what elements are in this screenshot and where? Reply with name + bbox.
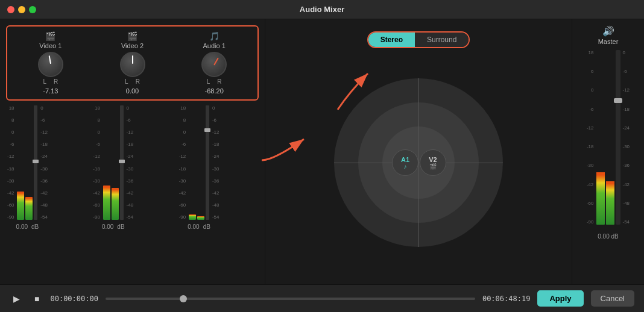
- stereo-toggle-button[interactable]: Stereo: [368, 33, 415, 47]
- meter-fill-a1-r: [197, 216, 204, 220]
- minimize-dot[interactable]: [18, 6, 25, 13]
- video1-icon: 🎬: [45, 31, 55, 41]
- master-bar-r: [606, 50, 614, 225]
- meter-bars-v1-row: [17, 105, 37, 220]
- audio1-lr-labels: L R: [207, 78, 222, 85]
- apply-button[interactable]: Apply: [537, 290, 583, 307]
- master-meter-area: 18 6 0 -6 -12 -18 -30 -42 -60 -90: [587, 50, 630, 231]
- master-bar-l: [596, 50, 605, 225]
- master-header: 🔊 Master: [598, 25, 619, 45]
- progress-bar[interactable]: [106, 298, 475, 300]
- meter-scale-v1-left: 18 8 0 -6 -12 -18 -30 -42 -60 -90: [6, 105, 16, 220]
- meter-a1-db: dB: [203, 223, 210, 230]
- meter-bottom-v2: 0.00 dB: [102, 223, 125, 230]
- master-db-label: dB: [611, 233, 619, 240]
- channel-video1-value: -7.13: [43, 87, 58, 95]
- meter-bars-a1-row: [189, 105, 209, 220]
- channels-box: 🎬 Video 1 L R -7.13 🎬 Video 2: [6, 25, 259, 101]
- node-v2-icon: 🎬: [429, 163, 437, 170]
- timecode-left: 00:00:00:00: [50, 295, 98, 303]
- surround-toggle-button[interactable]: Surround: [415, 33, 469, 47]
- channel-audio1-knob[interactable]: [201, 52, 227, 78]
- meter-fill-v2-r: [112, 188, 119, 220]
- channel-video1: 🎬 Video 1 L R -7.13: [12, 31, 89, 95]
- master-bottom: 0.00 dB: [598, 233, 618, 240]
- video2-l-label: L: [125, 78, 128, 85]
- surround-node-a1[interactable]: A1 ♪: [392, 149, 418, 176]
- meter-scale-v2-right: 0 -6 -12 -18 -24 -30 -36 -42 -48 -54: [125, 105, 134, 220]
- master-slider-handle[interactable]: [614, 98, 622, 103]
- meter-bar-v2-l: [103, 105, 110, 220]
- meter-v1-value: 0.00: [16, 223, 28, 230]
- channel-video1-knob[interactable]: [38, 52, 63, 78]
- meters-area: 18 8 0 -6 -12 -18 -30 -42 -60 -90: [6, 105, 259, 244]
- channel-audio1-value: -68.20: [205, 87, 224, 95]
- crosshair-vertical: [418, 78, 419, 247]
- channel-video2-label: Video 2: [121, 42, 144, 49]
- main-content: 🎬 Video 1 L R -7.13 🎬 Video 2: [0, 19, 644, 284]
- center-panel: Stereo Surround A1 ♪: [265, 19, 572, 284]
- maximize-dot[interactable]: [29, 6, 36, 13]
- video1-lr-labels: L R: [43, 78, 58, 85]
- bottom-bar: ▶ ■ 00:00:00:00 00:06:48:19 Apply Cancel: [0, 284, 644, 312]
- meter-slider-a1[interactable]: [206, 105, 209, 220]
- video2-r-label: R: [136, 78, 140, 85]
- meter-a1-value: 0.00: [188, 223, 199, 230]
- channel-audio1-label: Audio 1: [203, 42, 226, 49]
- meter-group-video1: 18 8 0 -6 -12 -18 -30 -42 -60 -90: [6, 105, 87, 244]
- channel-video2-header: 🎬 Video 2: [121, 31, 144, 49]
- video2-icon: 🎬: [127, 31, 137, 41]
- channel-audio1: 🎵 Audio 1 L R -68.20: [175, 31, 253, 95]
- cancel-button[interactable]: Cancel: [591, 290, 634, 307]
- video2-lr-labels: L R: [125, 78, 140, 85]
- node-a1-icon: ♪: [404, 163, 407, 170]
- meter-slider-v2-handle[interactable]: [119, 160, 125, 163]
- meter-scale-v2-left: 18 8 0 -6 -12 -18 -30 -42 -60 -90: [92, 105, 101, 220]
- master-fill-r: [606, 181, 614, 225]
- audio1-knob[interactable]: [201, 52, 227, 77]
- master-label: Master: [598, 38, 619, 45]
- node-a1-label: A1: [401, 156, 409, 163]
- play-button[interactable]: ▶: [10, 292, 24, 306]
- audio1-knob-indicator: [213, 57, 219, 65]
- meter-group-audio1: 18 8 0 -6 -12 -18 -30 -42 -60 -90: [178, 105, 259, 244]
- video2-knob[interactable]: [120, 52, 145, 77]
- meter-scale-a1-right: 0 -6 -12 -18 -24 -30 -36 -42 -48 -54: [211, 105, 219, 220]
- traffic-lights: [7, 6, 36, 13]
- audio1-icon: 🎵: [209, 31, 219, 41]
- close-dot[interactable]: [7, 6, 14, 13]
- channel-audio1-header: 🎵 Audio 1: [203, 31, 226, 49]
- video1-knob[interactable]: [38, 52, 63, 77]
- meter-bar-a1-r: [197, 105, 204, 220]
- meter-slider-v2[interactable]: [120, 105, 124, 220]
- meter-bar-v1-r: [25, 105, 33, 220]
- master-speaker-icon: 🔊: [602, 25, 614, 37]
- titlebar: Audio Mixer: [0, 0, 644, 19]
- master-scale-right: 0 -6 -12 -18 -24 -30 -36 -42 -48 -54: [622, 50, 630, 225]
- meter-group-video2: 18 8 0 -6 -12 -18 -30 -42 -60 -90: [92, 105, 172, 244]
- meter-bars-v2: 0.00 dB: [102, 105, 125, 230]
- master-bars: [596, 50, 620, 225]
- stereo-surround-toggle[interactable]: Stereo Surround: [367, 31, 470, 48]
- master-fill-l: [596, 172, 605, 225]
- progress-head[interactable]: [180, 295, 187, 302]
- window-title: Audio Mixer: [300, 5, 344, 14]
- meter-scale-v1-right: 0 -6 -12 -18 -24 -30 -36 -42 -48 -54: [39, 105, 48, 220]
- meter-bottom-a1: 0.00 dB: [188, 223, 210, 230]
- master-scale-left: 18 6 0 -6 -12 -18 -30 -42 -60 -90: [587, 50, 595, 225]
- audio1-l-label: L: [207, 78, 210, 85]
- channel-video2-knob[interactable]: [120, 52, 145, 78]
- meter-bars-v2-row: [103, 105, 124, 220]
- video2-knob-indicator: [132, 55, 133, 64]
- stop-button[interactable]: ■: [31, 292, 43, 306]
- video1-knob-indicator: [48, 55, 51, 64]
- meter-slider-v1-handle[interactable]: [33, 160, 39, 163]
- meter-bars-a1: 0.00 dB: [188, 105, 210, 230]
- meter-fill-a1-l: [189, 214, 196, 220]
- meter-slider-a1-handle[interactable]: [204, 128, 210, 132]
- meter-slider-v1[interactable]: [34, 105, 37, 220]
- master-slider[interactable]: [616, 50, 620, 225]
- meter-fill-v2-l: [103, 186, 110, 220]
- channel-video2-value: 0.00: [126, 87, 139, 95]
- surround-node-v2[interactable]: V2 🎬: [420, 149, 446, 176]
